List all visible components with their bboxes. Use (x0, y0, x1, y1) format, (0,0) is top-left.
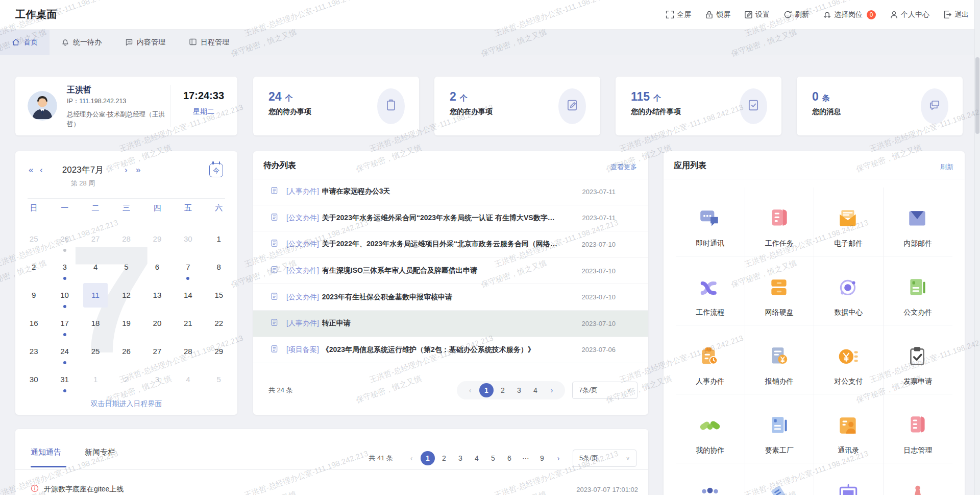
app-official-doc[interactable]: 公文办件 (884, 256, 953, 325)
topbar-action-profile[interactable]: 个人中心 (890, 10, 929, 19)
page-button-4[interactable]: 4 (470, 451, 484, 465)
stat-card-message-count[interactable]: 0条您的消息 (797, 77, 963, 135)
apps-refresh-link[interactable]: 刷新 (940, 162, 953, 172)
calendar-day[interactable]: 29 (142, 225, 173, 253)
calendar-day[interactable]: 5 (111, 253, 141, 281)
calendar-day[interactable]: 28 (173, 337, 203, 365)
calendar-day[interactable]: 2 (18, 253, 49, 281)
calendar-day-selected[interactable]: 11 (80, 281, 111, 309)
calendar-day[interactable]: 17 (49, 309, 80, 337)
todo-category[interactable]: [公文办件] (286, 266, 319, 275)
calendar-day[interactable]: 24 (49, 337, 80, 365)
calendar-day[interactable]: 1 (204, 225, 234, 253)
tab-content-mgmt[interactable]: 内容管理 (113, 30, 177, 55)
stat-card-done-count[interactable]: 115个您的办结件事项 (616, 77, 781, 135)
page-button-2[interactable]: 2 (437, 451, 451, 465)
page-button-2[interactable]: 2 (496, 383, 510, 397)
calendar-day[interactable]: 27 (80, 225, 111, 253)
tab-home[interactable]: 首页 (0, 30, 50, 55)
app-receipt[interactable] (745, 463, 815, 495)
calendar-day[interactable]: 19 (111, 309, 141, 337)
todo-category[interactable]: [公文办件] (286, 214, 319, 223)
app-log-mgmt[interactable]: 日志管理 (884, 394, 953, 463)
notice-page-size-select[interactable]: 5条/页 ∨ (573, 450, 636, 467)
calendar-day[interactable]: 13 (142, 281, 173, 309)
todo-item[interactable]: [人事办件]申请在家远程办公3天2023-07-11 (253, 179, 648, 205)
todo-category[interactable]: [公文办件] (286, 293, 319, 302)
app-corporate-pay[interactable]: 对公支付 (814, 325, 884, 394)
stat-card-doing-count[interactable]: 2个您的在办事项 (434, 77, 600, 135)
todo-category[interactable]: [项目备案] (286, 345, 319, 355)
prev-page-button[interactable]: ‹ (404, 451, 419, 465)
calendar-day[interactable]: 30 (18, 365, 49, 393)
todo-item[interactable]: [公文办件]2023年有生社保公积金基数申报审核申请2023-07-10 (253, 284, 648, 311)
prev-month-button[interactable]: ‹ (40, 163, 43, 177)
todo-category[interactable]: [人事办件] (286, 187, 319, 196)
prev-page-button[interactable]: ‹ (463, 383, 477, 397)
scrollbar-thumb[interactable] (975, 57, 979, 134)
page-button-1[interactable]: 1 (479, 383, 494, 397)
calendar-day[interactable]: 28 (111, 225, 141, 253)
app-factor-factory[interactable]: 要素工厂 (745, 394, 815, 463)
app-email[interactable]: 电子邮件 (814, 187, 884, 256)
view-more-link[interactable]: 查看更多 (610, 162, 637, 172)
today-icon[interactable]: 今 (209, 163, 223, 177)
todo-category[interactable]: [公文办件] (286, 240, 319, 249)
app-reimburse[interactable]: 报销办件 (745, 325, 815, 394)
calendar-day[interactable]: 6 (142, 253, 173, 281)
app-stamp[interactable] (884, 463, 953, 495)
page-button-9[interactable]: 9 (535, 451, 549, 465)
todo-page-size-select[interactable]: 7条/页 ∨ (572, 382, 638, 399)
calendar-day[interactable]: 26 (49, 225, 80, 253)
page-scrollbar[interactable] (974, 0, 980, 495)
todo-item[interactable]: [项目备案]《2023年局信息系统运行维护（第2包：基础办公系统技术服务）》20… (253, 337, 648, 364)
calendar-day[interactable]: 12 (111, 281, 141, 309)
calendar-day[interactable]: 21 (173, 309, 203, 337)
calendar-day[interactable]: 30 (173, 225, 203, 253)
calendar-day[interactable]: 14 (173, 281, 203, 309)
app-invoice[interactable]: 发票申请 (884, 325, 953, 394)
app-internal-mail[interactable]: 内部邮件 (884, 187, 953, 256)
app-contacts[interactable]: 通讯录 (814, 394, 884, 463)
calendar-day[interactable]: 25 (80, 337, 111, 365)
avatar[interactable] (28, 91, 57, 121)
next-page-button[interactable]: › (551, 451, 566, 465)
page-button-5[interactable]: 5 (486, 451, 500, 465)
calendar-day[interactable]: 29 (204, 337, 234, 365)
calendar-day[interactable]: 26 (111, 337, 141, 365)
calendar-day[interactable]: 4 (173, 365, 203, 393)
calendar-day[interactable]: 10 (49, 281, 80, 309)
page-button-1[interactable]: 1 (421, 451, 435, 465)
calendar-day[interactable]: 31 (49, 365, 80, 393)
calendar-day[interactable]: 23 (18, 337, 49, 365)
calendar-day[interactable]: 4 (80, 253, 111, 281)
page-button-6[interactable]: 6 (502, 451, 517, 465)
topbar-action-fullscreen[interactable]: 全屏 (666, 10, 691, 19)
notice-item[interactable]: 开源数字底座在gitee上线2023-07-07 17:01:02 (31, 478, 638, 495)
calendar-day[interactable]: 15 (204, 281, 234, 309)
app-work-task[interactable]: 工作任务 (745, 187, 815, 256)
next-month-button[interactable]: › (125, 163, 128, 177)
calendar-day[interactable]: 3 (142, 365, 173, 393)
next-page-button[interactable]: › (545, 383, 559, 397)
app-im[interactable]: 即时通讯 (676, 187, 745, 256)
page-ellipsis[interactable]: ⋯ (519, 451, 533, 465)
calendar-day[interactable]: 16 (18, 309, 49, 337)
tab-schedule-mgmt[interactable]: 日程管理 (177, 30, 241, 55)
calendar-footer-link[interactable]: 双击日期进入日程界面 (15, 399, 237, 409)
page-button-4[interactable]: 4 (528, 383, 543, 397)
app-org-people[interactable] (676, 463, 745, 495)
todo-item[interactable]: [公文办件]有生深境ISO三体系年审人员配合及牌匾借出申请2023-07-10 (253, 258, 648, 285)
todo-item[interactable]: [公文办件]关于2022年、2023年水务局运维项目外采“北京市政务云服务合同（… (253, 231, 648, 258)
app-board[interactable] (814, 463, 884, 495)
prev-year-button[interactable]: « (29, 163, 33, 177)
calendar-day[interactable]: 8 (204, 253, 234, 281)
app-data-center[interactable]: 数据中心 (814, 256, 884, 325)
app-hr-affairs[interactable]: 人事办件 (676, 325, 745, 394)
calendar-day[interactable]: 3 (49, 253, 80, 281)
page-button-3[interactable]: 3 (512, 383, 526, 397)
calendar-day[interactable]: 25 (18, 225, 49, 253)
app-network-disk[interactable]: 网络硬盘 (745, 256, 815, 325)
todo-category[interactable]: [人事办件] (286, 319, 319, 328)
todo-item[interactable]: [公文办件]关于2023年水务运维外采合同“2023年水务局统一认证 有生博大V… (253, 205, 648, 232)
